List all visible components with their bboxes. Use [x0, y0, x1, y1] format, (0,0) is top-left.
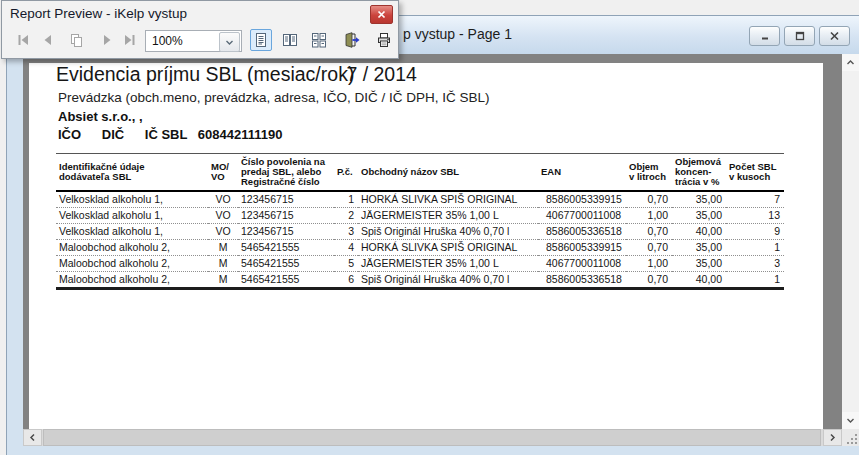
report-page: Evidencia príjmu SBL (mesiac/rok)7 / 201… [29, 63, 823, 429]
close-preview-button[interactable] [340, 29, 362, 51]
report-subtitle: Prevádzka (obch.meno, prevádzka, adresa,… [58, 90, 489, 105]
table-header-row: Identifikačné údaje dodávateľa SBL MO/ V… [56, 154, 784, 192]
preview-toolbar: 100% [2, 27, 398, 57]
col-header: P.č. [334, 154, 358, 192]
table-row: Maloobchod alkoholu 2, M 5465421555 6 Sp… [56, 272, 784, 289]
scroll-up-button[interactable] [842, 54, 859, 71]
chevron-down-icon [225, 38, 234, 47]
preview-close-button[interactable] [370, 5, 393, 24]
sbl-table: Identifikačné údaje dodávateľa SBL MO/ V… [56, 153, 784, 290]
col-header: MO/ VO [208, 154, 238, 192]
chevron-left-icon [28, 433, 37, 442]
scroll-left-button[interactable] [23, 429, 42, 446]
ic-sbl-label: IČ SBL [145, 127, 187, 142]
page-viewport: Evidencia príjmu SBL (mesiac/rok)7 / 201… [23, 54, 842, 429]
desktop: p vystup - Page 1 Ev [0, 0, 859, 455]
chevron-right-icon [828, 433, 837, 442]
previous-page-button[interactable] [37, 29, 59, 51]
table-row: Velkosklad alkoholu 1, VO 123456715 1 HO… [56, 191, 784, 208]
close-icon [377, 10, 386, 19]
table-row: Velkosklad alkoholu 1, VO 123456715 3 Sp… [56, 224, 784, 240]
two-page-view-icon [282, 32, 298, 48]
table-row: Velkosklad alkoholu 1, VO 123456715 2 JÄ… [56, 208, 784, 224]
dic-label: DIČ [102, 127, 124, 142]
pages-icon [68, 32, 84, 48]
col-header: Objem v litroch [626, 154, 672, 192]
ic-sbl-value: 608442111190 [198, 127, 283, 142]
next-page-button[interactable] [96, 29, 118, 51]
four-page-view-icon [311, 32, 327, 48]
report-company: Absiet s.r.o., , [58, 109, 143, 124]
printer-icon [376, 32, 392, 48]
col-header: Číslo povolenia na predaj SBL, alebo Reg… [238, 154, 334, 192]
col-header: EAN [538, 154, 626, 192]
main-window-title: p vystup - Page 1 [403, 26, 512, 42]
exit-door-icon [343, 32, 360, 48]
single-page-view-icon [253, 32, 269, 48]
report-period: 7 / 2014 [346, 63, 416, 85]
preview-titlebar[interactable]: Report Preview - iKelp vystup [2, 1, 398, 27]
zoom-dropdown-button[interactable] [219, 32, 240, 52]
minimize-icon [760, 31, 770, 41]
maximize-icon [795, 31, 805, 41]
report-preview-dialog: Report Preview - iKelp vystup [1, 0, 399, 59]
report-registration-line: IČO DIČ IČ SBL 608442111190 [58, 127, 282, 142]
report-title: Evidencia príjmu SBL (mesiac/rok)7 / 201… [56, 63, 417, 86]
chevron-down-icon [846, 416, 855, 425]
close-button[interactable] [819, 26, 850, 46]
col-header: Identifikačné údaje dodávateľa SBL [56, 154, 208, 192]
col-header: Objemová koncen- trácia v % [672, 154, 726, 192]
zoom-value: 100% [152, 34, 183, 48]
first-page-button[interactable] [12, 29, 34, 51]
scroll-down-button[interactable] [842, 412, 859, 429]
last-page-button[interactable] [119, 29, 141, 51]
four-page-view-button[interactable] [308, 29, 330, 51]
ico-label: IČO [58, 127, 81, 142]
chevron-up-icon [846, 58, 855, 67]
resize-grip[interactable] [842, 429, 859, 446]
maximize-button[interactable] [784, 26, 815, 46]
preview-client-area: Evidencia príjmu SBL (mesiac/rok)7 / 201… [23, 54, 859, 446]
vertical-scrollbar[interactable] [842, 54, 859, 429]
two-page-view-button[interactable] [279, 29, 301, 51]
select-pages-button[interactable] [65, 29, 87, 51]
preview-title: Report Preview - iKelp vystup [10, 6, 187, 21]
table-row: Maloobchod alkoholu 2, M 5465421555 4 HO… [56, 240, 784, 256]
zoom-select[interactable]: 100% [145, 30, 242, 52]
resize-grip-icon [846, 433, 859, 446]
minimize-button[interactable] [749, 26, 780, 46]
horizontal-scrollbar[interactable] [23, 429, 842, 446]
table-row: Maloobchod alkoholu 2, M 5465421555 5 JÄ… [56, 256, 784, 272]
col-header: Obchodný názov SBL [358, 154, 538, 192]
close-icon [829, 31, 840, 41]
print-button[interactable] [373, 29, 395, 51]
last-page-icon [122, 32, 138, 48]
next-page-icon [99, 32, 115, 48]
main-window: p vystup - Page 1 Ev [6, 15, 859, 455]
previous-page-icon [40, 32, 56, 48]
first-page-icon [15, 32, 31, 48]
scroll-right-button[interactable] [823, 429, 842, 446]
single-page-view-button[interactable] [250, 29, 272, 51]
col-header: Počet SBL v kusoch [726, 154, 784, 192]
horizontal-scroll-thumb[interactable] [43, 429, 821, 446]
